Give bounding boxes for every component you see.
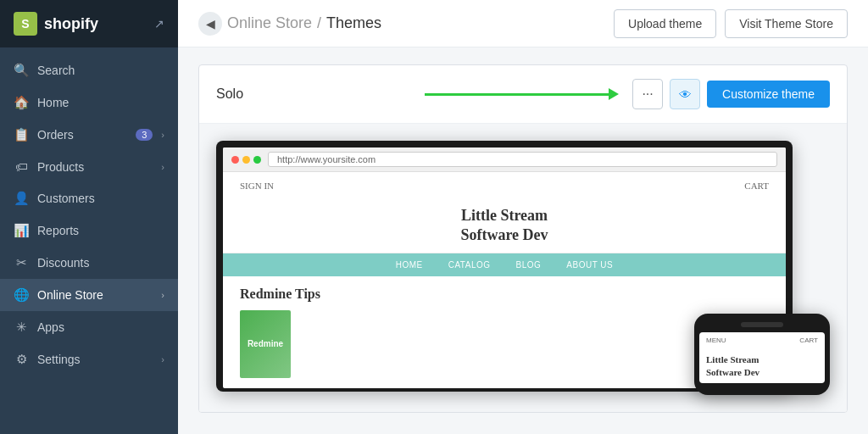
theme-card: Solo ··· 👁 Customize theme <box>198 64 848 413</box>
sidebar-item-label: Customers <box>37 192 164 205</box>
menu-catalog: CATALOG <box>448 260 491 270</box>
reports-icon: 📊 <box>14 223 29 238</box>
theme-name: Solo <box>216 86 411 102</box>
products-icon: 🏷 <box>14 159 29 174</box>
sidebar-item-discounts[interactable]: ✂ Discounts <box>0 247 178 279</box>
sidebar-item-label: Online Store <box>37 288 153 302</box>
site-title: Little Stream Software Dev <box>223 199 786 253</box>
topbar-actions: Upload theme Visit Theme Store <box>614 9 848 38</box>
dot-green <box>253 156 261 164</box>
browser-dots <box>231 156 261 164</box>
phone-nav-left: MENU <box>706 337 726 344</box>
article-body: Redmine <box>240 310 769 378</box>
sidebar-item-settings[interactable]: ⚙ Settings › <box>0 343 178 376</box>
site-nav-right: CART <box>744 181 769 191</box>
sidebar-item-label: Products <box>37 160 153 174</box>
phone-title: Little Stream Software Dev <box>699 348 825 383</box>
sidebar-logo[interactable]: S shopify <box>14 12 98 36</box>
site-nav-left: SIGN IN <box>240 181 274 191</box>
breadcrumb-current: Themes <box>326 14 381 32</box>
phone-nav: MENU CART <box>699 332 825 348</box>
visit-theme-store-button[interactable]: Visit Theme Store <box>725 9 848 38</box>
sidebar-item-customers[interactable]: 👤 Customers <box>0 182 178 214</box>
sidebar-header: S shopify ↗ <box>0 0 178 47</box>
customize-theme-button[interactable]: Customize theme <box>707 81 830 108</box>
sidebar-item-online-store[interactable]: 🌐 Online Store › <box>0 279 178 311</box>
sidebar-item-reports[interactable]: 📊 Reports <box>0 214 178 247</box>
arrow-line <box>425 93 609 96</box>
sidebar-item-search[interactable]: 🔍 Search <box>0 54 178 86</box>
theme-preview: http://www.yoursite.com SIGN IN CART Lit… <box>199 124 847 412</box>
chevron-right-icon: › <box>161 354 164 364</box>
arrow-head <box>609 88 619 100</box>
upload-theme-button[interactable]: Upload theme <box>614 9 716 38</box>
sidebar-item-label: Discounts <box>37 256 164 270</box>
sidebar-nav: 🔍 Search 🏠 Home 📋 Orders 3 › 🏷 Products … <box>0 47 178 434</box>
theme-actions: ··· 👁 Customize theme <box>632 79 830 109</box>
site-menu: HOME CATALOG BLOG ABOUT US <box>223 253 786 276</box>
sidebar-item-products[interactable]: 🏷 Products › <box>0 151 178 182</box>
site-nav: SIGN IN CART <box>223 172 786 199</box>
arrow-container <box>425 88 620 100</box>
home-icon: 🏠 <box>14 95 29 110</box>
dot-yellow <box>242 156 250 164</box>
back-button[interactable]: ◀ <box>198 12 222 36</box>
sidebar-item-label: Home <box>37 96 164 109</box>
breadcrumb: ◀ Online Store / Themes <box>198 12 381 36</box>
sidebar-item-label: Orders <box>37 128 127 142</box>
phone-screen: MENU CART Little Stream Software Dev <box>699 332 825 383</box>
sidebar-logo-text: shopify <box>44 15 98 33</box>
breadcrumb-separator: / <box>317 14 321 32</box>
ellipsis-icon: ··· <box>642 86 653 102</box>
sidebar: S shopify ↗ 🔍 Search 🏠 Home 📋 Orders 3 ›… <box>0 0 178 434</box>
sidebar-item-orders[interactable]: 📋 Orders 3 › <box>0 119 178 151</box>
chevron-right-icon: › <box>161 162 164 172</box>
browser-bar: http://www.yoursite.com <box>223 147 786 172</box>
theme-header: Solo ··· 👁 Customize theme <box>199 65 847 124</box>
browser-url: http://www.yoursite.com <box>268 152 777 167</box>
shopify-bag-icon: S <box>14 12 37 36</box>
green-arrow <box>425 88 620 100</box>
main-content: ◀ Online Store / Themes Upload theme Vis… <box>178 0 868 434</box>
page-body: Solo ··· 👁 Customize theme <box>178 47 868 434</box>
site-title-text: Little Stream Software Dev <box>240 206 769 246</box>
menu-about: ABOUT US <box>566 260 613 270</box>
chevron-right-icon: › <box>161 130 164 140</box>
menu-blog: BLOG <box>516 260 542 270</box>
book-cover: Redmine <box>240 310 291 378</box>
settings-icon: ⚙ <box>14 352 29 367</box>
more-options-button[interactable]: ··· <box>632 79 663 109</box>
phone-nav-right: CART <box>799 337 818 344</box>
menu-home: HOME <box>396 260 423 270</box>
sidebar-item-label: Search <box>37 64 164 77</box>
orders-badge: 3 <box>136 129 153 141</box>
discounts-icon: ✂ <box>14 255 29 270</box>
phone-notch <box>741 322 783 327</box>
sidebar-item-label: Apps <box>37 320 164 334</box>
customers-icon: 👤 <box>14 191 29 206</box>
sidebar-item-label: Reports <box>37 224 164 237</box>
preview-button[interactable]: 👁 <box>670 79 700 109</box>
chevron-right-icon: › <box>161 290 164 300</box>
search-icon: 🔍 <box>14 63 29 78</box>
sidebar-item-label: Settings <box>37 353 153 366</box>
external-link-icon[interactable]: ↗ <box>154 17 164 31</box>
dot-red <box>231 156 239 164</box>
sidebar-item-home[interactable]: 🏠 Home <box>0 86 178 119</box>
online-store-icon: 🌐 <box>14 287 29 303</box>
phone-mockup: MENU CART Little Stream Software Dev <box>694 314 830 395</box>
topbar: ◀ Online Store / Themes Upload theme Vis… <box>178 0 868 47</box>
apps-icon: ✳ <box>14 320 29 335</box>
breadcrumb-parent: Online Store <box>227 14 312 32</box>
sidebar-item-apps[interactable]: ✳ Apps <box>0 311 178 343</box>
article-title: Redmine Tips <box>240 287 769 302</box>
eye-icon: 👁 <box>679 87 692 102</box>
orders-icon: 📋 <box>14 127 29 142</box>
